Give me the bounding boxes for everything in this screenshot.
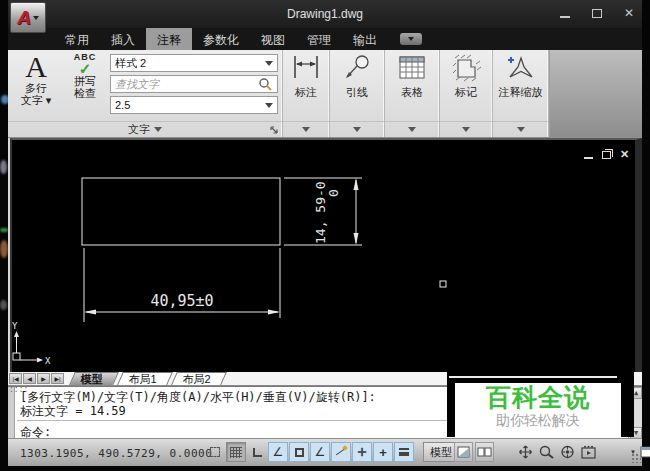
- dynamic-ucs-toggle[interactable]: ✛: [352, 442, 372, 462]
- clean-screen-corner-grip[interactable]: [631, 453, 641, 463]
- ucs-arrow: [14, 331, 19, 337]
- dimension-panel-flyout[interactable]: [283, 121, 329, 137]
- dialog-launcher-icon[interactable]: [270, 126, 279, 135]
- tab-home[interactable]: 常用: [54, 28, 100, 50]
- search-icon[interactable]: [258, 77, 273, 91]
- application-menu-button[interactable]: A: [10, 2, 46, 33]
- steering-wheel-icon[interactable]: [558, 442, 577, 462]
- drawing-canvas[interactable]: 14, 59-0 0 40,95±0: [10, 138, 642, 372]
- text-style-select[interactable]: 样式 2: [110, 54, 278, 72]
- ribbon-panel-markup[interactable]: 标记: [440, 50, 493, 137]
- text-height-value: 2.5: [115, 99, 130, 111]
- markup-icon: [451, 54, 481, 82]
- ribbon-minimize-button[interactable]: [400, 33, 422, 45]
- close-icon[interactable]: ✕: [620, 150, 629, 159]
- ucs-x-label: X: [45, 356, 51, 366]
- ortho-toggle[interactable]: [247, 442, 267, 462]
- tab-layout2[interactable]: 布局2: [171, 372, 227, 385]
- quick-view-drawings-icon[interactable]: [475, 442, 494, 462]
- tab-parametric[interactable]: 参数化: [192, 28, 250, 50]
- chevron-down-icon: [302, 127, 310, 132]
- next-tab-button[interactable]: ▶: [37, 373, 50, 384]
- chevron-down-icon: [154, 127, 162, 132]
- tab-model[interactable]: 模型: [69, 372, 119, 385]
- spell-check-button[interactable]: ABC ✓ 拼写 检查: [64, 52, 106, 118]
- vertical-dimension-tolerance: 0: [326, 189, 341, 197]
- watermark-title: 百科全说: [455, 383, 621, 411]
- text-style-value: 样式 2: [115, 56, 146, 71]
- tab-layout1[interactable]: 布局1: [117, 372, 173, 385]
- annotation-scaling-panel-flyout[interactable]: [493, 121, 548, 137]
- ribbon-panel-table[interactable]: 表格: [385, 50, 440, 137]
- show-motion-icon[interactable]: [579, 442, 598, 462]
- horizontal-dimension[interactable]: [84, 248, 280, 322]
- annotation-scaling-label: 注释缩放: [499, 85, 543, 100]
- ucs-y-label: Y: [12, 321, 18, 331]
- ucs-arrow: [37, 358, 43, 363]
- table-panel-flyout[interactable]: [385, 121, 439, 137]
- chevron-down-icon: [408, 37, 414, 41]
- mtext-button[interactable]: A 多行 文字 ▾: [12, 52, 60, 118]
- text-panel-title: 文字: [128, 122, 150, 137]
- text-panel-footer[interactable]: 文字: [8, 121, 282, 137]
- lineweight-toggle[interactable]: [394, 442, 414, 462]
- ribbon-empty-area: [549, 50, 642, 137]
- chevron-down-icon: [353, 127, 361, 132]
- markup-panel-flyout[interactable]: [440, 121, 492, 137]
- tab-annotate[interactable]: 注释: [146, 28, 192, 50]
- close-icon[interactable]: ✕: [624, 8, 634, 18]
- find-text-placeholder: 查找文字: [115, 77, 159, 92]
- ribbon-panel-annotation-scaling[interactable]: 注释缩放: [493, 50, 549, 137]
- lineweight-icon: [399, 448, 409, 456]
- tab-insert[interactable]: 插入: [100, 28, 146, 50]
- tab-view[interactable]: 视图: [250, 28, 296, 50]
- status-bar: 1303.1905, 490.5729, 0.0000 ∠ ∠ ✛ + 模型: [8, 438, 642, 466]
- viewport-window-controls: ✕: [584, 150, 629, 159]
- drawn-rectangle[interactable]: [82, 178, 280, 245]
- restore-icon[interactable]: [602, 151, 611, 159]
- tab-output[interactable]: 输出: [342, 28, 388, 50]
- spell-label: 拼写: [64, 75, 106, 87]
- quick-view-layouts-icon[interactable]: [454, 442, 473, 462]
- last-tab-button[interactable]: ▶|: [51, 373, 64, 384]
- angle-snap-icon: ∠: [315, 446, 326, 458]
- watermark-box: 百科全说 助你轻松解决: [455, 383, 621, 437]
- maximize-icon[interactable]: [592, 9, 602, 18]
- spell-label: 检查: [64, 87, 106, 99]
- text-height-select[interactable]: 2.5: [110, 96, 278, 114]
- snap-tracking-toggle[interactable]: [331, 442, 351, 462]
- ribbon-panel-dimension[interactable]: 标注: [283, 50, 330, 137]
- object-snap-icon: [295, 448, 304, 457]
- grid-icon: [230, 447, 242, 458]
- table-label: 表格: [401, 85, 423, 100]
- first-tab-button[interactable]: |◀: [9, 373, 22, 384]
- snap-toggle[interactable]: [205, 442, 225, 462]
- zoom-icon[interactable]: [537, 442, 556, 462]
- desktop-icon-blob: [0, 160, 7, 174]
- ribbon: A 多行 文字 ▾ ABC ✓ 拼写 检查 样式 2 查找文字: [8, 50, 642, 138]
- polar-tracking-toggle[interactable]: ∠: [268, 442, 288, 462]
- chevron-down-icon: [517, 127, 525, 132]
- dynamic-ucs-icon: ✛: [357, 446, 366, 459]
- dynamic-input-toggle[interactable]: +: [373, 442, 393, 462]
- pan-icon[interactable]: [516, 442, 535, 462]
- leader-label: 引线: [346, 85, 368, 100]
- chevron-down-icon: [33, 16, 39, 20]
- prev-tab-button[interactable]: ◀: [23, 373, 36, 384]
- find-text-input[interactable]: 查找文字: [110, 75, 278, 93]
- grid-toggle[interactable]: [226, 442, 246, 462]
- polar-tracking-icon: ∠: [273, 446, 284, 458]
- object-snap-toggle[interactable]: [289, 442, 309, 462]
- minimize-icon[interactable]: [584, 157, 593, 159]
- tab-manage[interactable]: 管理: [296, 28, 342, 50]
- command-window-grip[interactable]: [8, 387, 15, 439]
- minimize-icon[interactable]: [560, 16, 570, 18]
- angle-snap-toggle[interactable]: ∠: [310, 442, 330, 462]
- leader-panel-flyout[interactable]: [330, 121, 384, 137]
- chevron-down-icon: [265, 61, 273, 66]
- snap-icon: [210, 447, 220, 457]
- chevron-down-icon: [265, 103, 273, 108]
- annotation-scale-icon: [506, 54, 536, 82]
- ribbon-panel-leader[interactable]: 引线: [330, 50, 385, 137]
- ucs-icon: [13, 336, 38, 360]
